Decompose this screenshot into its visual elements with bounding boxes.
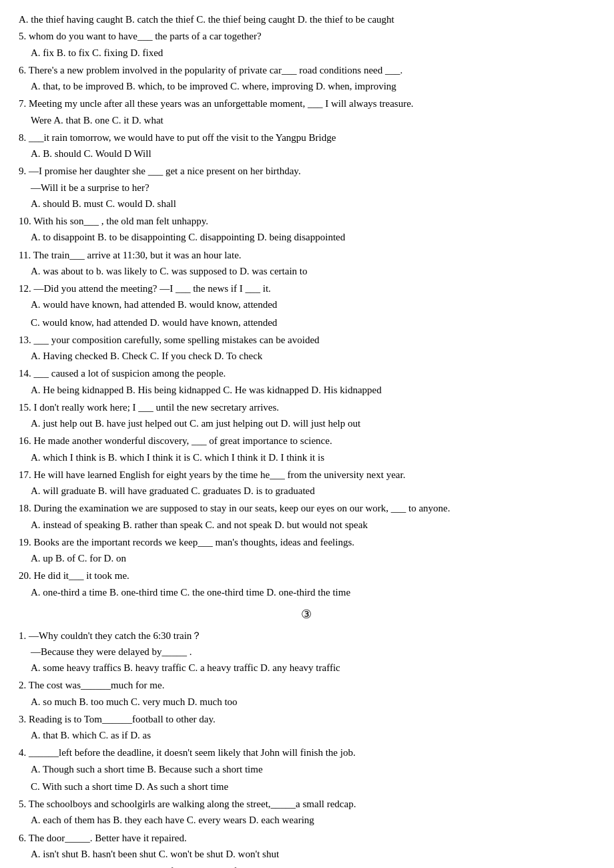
exam-content: A. the thief having caught B. catch the … (19, 12, 595, 868)
q16-options: A. which I think is B. which I think it … (19, 450, 595, 465)
intro-options-text: A. the thief having caught B. catch the … (19, 12, 595, 27)
q13-options: A. Having checked B. Check C. If you che… (19, 349, 595, 364)
q20-block: 20. He did it___ it took me. A. one-thir… (19, 568, 595, 600)
q6-block: 6. There's a new problem involved in the… (19, 63, 595, 95)
s2-q5-options: A. each of them has B. they each have C.… (19, 813, 595, 828)
q5-block: 5. whom do you want to have___ the parts… (19, 29, 595, 61)
q7-block: 7. Meeting my uncle after all these year… (19, 96, 595, 128)
q11-options: A. was about to b. was likely to C. was … (19, 264, 595, 279)
s2-q4-options2: C. With such a short time D. As such a s… (19, 779, 595, 795)
q5-text: 5. whom do you want to have___ the parts… (19, 29, 595, 44)
q16-block: 16. He made another wonderful discovery,… (19, 433, 595, 465)
q14-options: A. He being kidnapped B. His being kidna… (19, 383, 595, 398)
q9-text2: —Will it be a surprise to her? (19, 180, 595, 196)
q20-options: A. one-third a time B. one-third time C.… (19, 585, 595, 600)
q11-text: 11. The train___ arrive at 11:30, but it… (19, 248, 595, 263)
s2-q6-text: 6. The door_____. Better have it repaire… (19, 831, 595, 846)
q7-text: 7. Meeting my uncle after all these year… (19, 96, 595, 112)
s2-q2-text: 2. The cost was______much for me. (19, 678, 595, 693)
s2-q3-options: A. that B. which C. as if D. as (19, 728, 595, 743)
q6-options: A. that, to be improved B. which, to be … (19, 79, 595, 94)
s2-q6-block: 6. The door_____. Better have it repaire… (19, 831, 595, 863)
q15-options: A. just help out B. have just helped out… (19, 416, 595, 431)
q12-text: 12. —Did you attend the meeting? —I ___ … (19, 281, 595, 296)
q19-text: 19. Books are the important records we k… (19, 535, 595, 550)
q6-text: 6. There's a new problem involved in the… (19, 63, 595, 78)
q12-options1: A. would have known, had attended B. wou… (19, 297, 595, 312)
q15-text: 15. I don't really work here; I ___ unti… (19, 400, 595, 415)
q8-text: 8. ___it rain tomorrow, we would have to… (19, 130, 595, 146)
s2-q2-options: A. so much B. too much C. very much D. m… (19, 694, 595, 710)
q20-text: 20. He did it___ it took me. (19, 568, 595, 584)
q10-options: A. to disappoint B. to be disappointing … (19, 230, 595, 245)
s2-q4-block: 4. ______left before the deadline, it do… (19, 745, 595, 795)
s2-q1-text: 1. —Why couldn't they catch the 6:30 tra… (19, 628, 595, 644)
q9-block: 9. —I promise her daughter she ___ get a… (19, 164, 595, 212)
s2-q1-block: 1. —Why couldn't they catch the 6:30 tra… (19, 628, 595, 676)
q10-block: 10. With his son___ , the old man felt u… (19, 214, 595, 246)
intro-options: A. the thief having caught B. catch the … (19, 12, 595, 27)
q9-options: A. should B. must C. would D. shall (19, 196, 595, 212)
q17-text: 17. He will have learned English for eig… (19, 467, 595, 483)
s2-q5-text: 5. The schoolboys and schoolgirls are wa… (19, 797, 595, 812)
s2-q4-text: 4. ______left before the deadline, it do… (19, 745, 595, 761)
q17-options: A. will graduate B. will have graduated … (19, 483, 595, 499)
s2-q7-text: 7. When people talk about the cities of … (19, 864, 595, 868)
q7-options: Were A. that B. one C. it D. what (19, 113, 595, 128)
s2-q3-block: 3. Reading is to Tom______football to ot… (19, 712, 595, 744)
s2-q3-text: 3. Reading is to Tom______football to ot… (19, 712, 595, 727)
q15-block: 15. I don't really work here; I ___ unti… (19, 400, 595, 432)
section-divider: ③ (19, 606, 595, 624)
q17-block: 17. He will have learned English for eig… (19, 467, 595, 499)
s2-q2-block: 2. The cost was______much for me. A. so … (19, 678, 595, 710)
q8-block: 8. ___it rain tomorrow, we would have to… (19, 130, 595, 162)
q12-options2: C. would know, had attended D. would hav… (19, 315, 595, 331)
q14-block: 14. ___ caused a lot of suspicion among … (19, 366, 595, 398)
q18-options: A. instead of speaking B. rather than sp… (19, 517, 595, 533)
q19-options: A. up B. of C. for D. on (19, 551, 595, 566)
section1-questions: 5. whom do you want to have___ the parts… (19, 29, 595, 600)
s2-q7-block: 7. When people talk about the cities of … (19, 864, 595, 868)
s2-q6-options: A. isn't shut B. hasn't been shut C. won… (19, 847, 595, 862)
q8-options: A. B. should C. Would D Will (19, 146, 595, 162)
q18-block: 18. During the examination we are suppos… (19, 501, 595, 533)
q5-options: A. fix B. to fix C. fixing D. fixed (19, 45, 595, 61)
q14-text: 14. ___ caused a lot of suspicion among … (19, 366, 595, 381)
q9-text: 9. —I promise her daughter she ___ get a… (19, 164, 595, 179)
s2-q1-text2: —Because they were delayed by_____ . (19, 644, 595, 660)
q12-block: 12. —Did you attend the meeting? —I ___ … (19, 281, 595, 331)
section2-questions: 1. —Why couldn't they catch the 6:30 tra… (19, 628, 595, 868)
q19-block: 19. Books are the important records we k… (19, 535, 595, 567)
q11-block: 11. The train___ arrive at 11:30, but it… (19, 248, 595, 280)
q13-text: 13. ___ your composition carefully, some… (19, 333, 595, 348)
q13-block: 13. ___ your composition carefully, some… (19, 333, 595, 365)
q10-text: 10. With his son___ , the old man felt u… (19, 214, 595, 229)
q18-text: 18. During the examination we are suppos… (19, 501, 595, 516)
s2-q5-block: 5. The schoolboys and schoolgirls are wa… (19, 797, 595, 829)
q16-text: 16. He made another wonderful discovery,… (19, 433, 595, 449)
s2-q4-options1: A. Though such a short time B. Because s… (19, 762, 595, 777)
s2-q1-options: A. some heavy traffics B. heavy traffic … (19, 660, 595, 676)
